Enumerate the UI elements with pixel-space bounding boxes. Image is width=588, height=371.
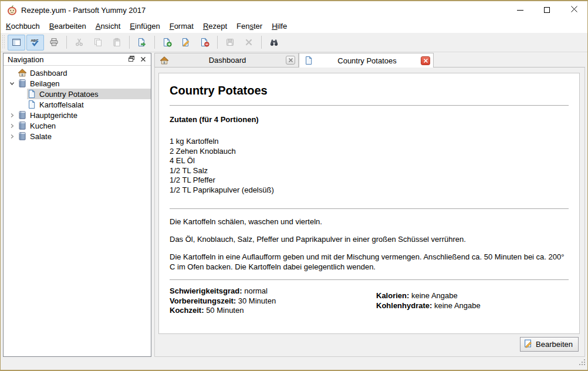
cancel-button bbox=[240, 35, 258, 50]
menu-label-part: nsicht bbox=[100, 22, 120, 31]
chevron-down-icon[interactable] bbox=[7, 81, 16, 86]
status-bar bbox=[1, 357, 587, 370]
float-panel-icon bbox=[128, 55, 135, 64]
menu-label-part: ter bbox=[254, 22, 262, 31]
close-icon bbox=[570, 5, 578, 15]
step-paragraph: Das Öl, Knoblauch, Salz, Pfeffer und Pap… bbox=[170, 234, 569, 244]
window-title: Rezepte.yum - Partsoft Yummy 2017 bbox=[21, 6, 146, 15]
minimize-button[interactable] bbox=[506, 1, 533, 19]
meta-row: Schwierigkeitsgrad: normal bbox=[170, 286, 376, 296]
tab-dashboard[interactable]: Dashboard bbox=[154, 53, 299, 68]
tab-label: Country Potatoes bbox=[315, 56, 419, 65]
spellcheck-button[interactable]: ABC bbox=[26, 35, 44, 50]
step-paragraph: Die Kartoffeln in eine Auflaufform geben… bbox=[170, 252, 569, 272]
float-panel-button[interactable] bbox=[126, 55, 137, 65]
menu-kochbuch[interactable]: Kochbuch bbox=[1, 20, 45, 32]
new-recipe-button[interactable] bbox=[158, 35, 176, 50]
menu-mnemonic: B bbox=[49, 22, 55, 31]
delete-recipe-button[interactable] bbox=[196, 35, 214, 50]
recipe-card: Country Potatoes Zutaten (für 4 Portione… bbox=[158, 73, 580, 334]
cut-icon bbox=[75, 38, 84, 47]
chevron-right-icon[interactable] bbox=[7, 134, 16, 139]
meta-value: 50 Minuten bbox=[206, 306, 244, 315]
resize-grip-icon[interactable] bbox=[578, 357, 586, 368]
meta-label: Schwierigkeitsgrad: bbox=[170, 286, 242, 295]
meta-row: Kochzeit: 50 Minuten bbox=[170, 306, 376, 316]
tree-item-label: Dashboard bbox=[30, 69, 67, 77]
meta-label: Vorbereitungszeit: bbox=[170, 296, 236, 305]
close-panel-button[interactable] bbox=[138, 55, 148, 65]
divider bbox=[170, 279, 569, 280]
save-icon bbox=[225, 38, 235, 47]
copy-button bbox=[89, 35, 107, 50]
toggle-navigation-panel-button[interactable] bbox=[8, 35, 25, 50]
close-button[interactable] bbox=[560, 1, 587, 19]
home-icon bbox=[18, 68, 27, 77]
find-button[interactable] bbox=[265, 35, 283, 50]
export-recipe-button[interactable] bbox=[133, 35, 151, 50]
bearbeiten-button-label: Bearbeiten bbox=[536, 340, 573, 349]
tab-label: Dashboard bbox=[171, 56, 284, 65]
toolbar-drag-handle[interactable] bbox=[2, 35, 5, 49]
tree-item-dashboard[interactable]: Dashboard bbox=[4, 68, 151, 78]
tab-bar: Dashboard Country Potatoes bbox=[154, 53, 585, 68]
tree-item-salate[interactable]: Salate bbox=[4, 131, 151, 141]
menu-hilfe[interactable]: Hilfe bbox=[267, 20, 292, 32]
tree-item-beilagen[interactable]: Beilagen bbox=[4, 78, 151, 89]
close-tab-icon[interactable] bbox=[421, 56, 430, 65]
tree-item-hauptgerichte[interactable]: Hauptgerichte bbox=[4, 110, 151, 120]
toggle-navigation-panel-icon bbox=[12, 38, 21, 47]
ingredient-line: 1/2 TL Paprikapulver (edelsüß) bbox=[170, 186, 569, 195]
chevron-right-icon[interactable] bbox=[7, 113, 16, 118]
paste-button bbox=[108, 35, 126, 50]
menu-label-part: ochbuch bbox=[11, 22, 40, 31]
recipe-meta: Schwierigkeitsgrad: normal Vorbereitungs… bbox=[170, 286, 569, 316]
minimize-icon bbox=[517, 10, 523, 11]
tree-item-content: Dashboard bbox=[16, 68, 151, 78]
menu-mnemonic: R bbox=[203, 22, 208, 31]
chevron-right-icon[interactable] bbox=[7, 123, 16, 129]
apple-face-icon bbox=[7, 5, 17, 15]
ingredients-list: 1 kg Kartoffeln 2 Zehen Knoblauch 4 EL Ö… bbox=[170, 137, 569, 195]
export-recipe-icon bbox=[137, 38, 147, 47]
tree-item-label: Country Potatoes bbox=[39, 90, 98, 99]
preparation-steps: Die Kartoffeln schälen, waschen und vier… bbox=[170, 217, 569, 272]
navigation-panel: Navigation Dashboard Beilagen bbox=[3, 53, 151, 357]
page-icon bbox=[27, 100, 36, 109]
menu-label-part: infügen bbox=[135, 22, 160, 31]
menu-bearbeiten[interactable]: Bearbeiten bbox=[45, 20, 91, 32]
menu-fenster[interactable]: Fenster bbox=[232, 20, 267, 32]
app-window: Rezepte.yum - Partsoft Yummy 2017 Kochbu… bbox=[0, 0, 588, 371]
menu-mnemonic: E bbox=[130, 22, 135, 31]
menu-einfuegen[interactable]: Einfügen bbox=[125, 20, 164, 32]
tree-item-country-potatoes[interactable]: Country Potatoes bbox=[4, 89, 151, 99]
spellcheck-icon: ABC bbox=[31, 38, 40, 47]
recipe-title: Country Potatoes bbox=[170, 84, 569, 97]
toolbar-separator bbox=[217, 36, 218, 49]
document-tab-area: Dashboard Country Potatoes Country Potat… bbox=[154, 53, 585, 357]
tree-item-content: Salate bbox=[16, 131, 151, 141]
edit-recipe-button[interactable] bbox=[177, 35, 195, 50]
maximize-button[interactable] bbox=[533, 1, 560, 19]
menu-mnemonic: H bbox=[272, 22, 277, 31]
print-button[interactable] bbox=[45, 35, 63, 50]
menu-label-part: ezept bbox=[208, 22, 227, 31]
tree-item-content: Beilagen bbox=[16, 78, 151, 89]
menu-mnemonic: F bbox=[170, 22, 174, 31]
menu-rezept[interactable]: Rezept bbox=[198, 20, 232, 32]
close-tab-icon[interactable] bbox=[286, 56, 295, 65]
tree-item-label: Salate bbox=[30, 132, 52, 141]
menu-ansicht[interactable]: Ansicht bbox=[91, 20, 126, 32]
tree-item-kuchen[interactable]: Kuchen bbox=[4, 120, 151, 131]
tree-item-content: Kuchen bbox=[16, 120, 151, 131]
divider bbox=[170, 208, 569, 209]
save-button bbox=[221, 35, 239, 50]
ingredient-line: 4 EL Öl bbox=[170, 156, 569, 166]
bearbeiten-button[interactable]: Bearbeiten bbox=[520, 337, 579, 352]
tree-item-kartoffelsalat[interactable]: Kartoffelsalat bbox=[4, 99, 151, 110]
meta-value: 30 Minuten bbox=[238, 296, 276, 305]
recipe-tree: Dashboard Beilagen Country Potatoes bbox=[4, 66, 151, 141]
toolbar: ABC bbox=[1, 33, 587, 52]
tab-country-potatoes[interactable]: Country Potatoes bbox=[299, 53, 434, 68]
menu-format[interactable]: Format bbox=[165, 20, 198, 32]
